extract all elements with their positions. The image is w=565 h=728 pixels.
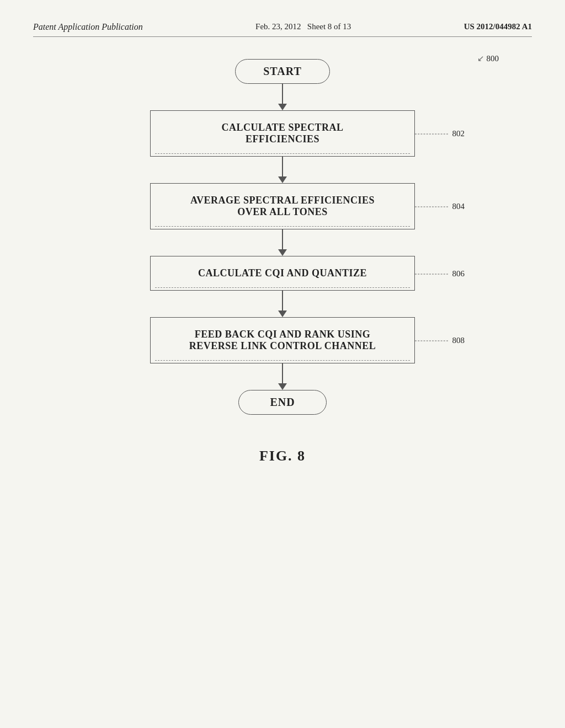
- arrow-head-5: [278, 383, 287, 390]
- arrow-head-2: [278, 176, 287, 183]
- arrow-line-1: [282, 84, 283, 104]
- ref-800-arrow-icon: ↙: [477, 53, 484, 63]
- box-804-line2: OVER ALL TONES: [237, 206, 327, 217]
- arrow-4: [278, 291, 287, 317]
- end-row: END: [238, 390, 327, 415]
- arrow-head-3: [278, 249, 287, 256]
- ref-804: 804: [415, 202, 465, 211]
- arrow-line-4: [282, 291, 283, 311]
- box-802-line2: EFFICIENCIES: [246, 133, 319, 144]
- arrow-5: [278, 363, 287, 390]
- box-808-line2: REVERSE LINK CONTROL CHANNEL: [189, 340, 376, 351]
- header-center: Feb. 23, 2012 Sheet 8 of 13: [255, 22, 351, 31]
- box-808-row: FEED BACK CQI AND RANK USING REVERSE LIN…: [150, 317, 415, 363]
- arrow-line-2: [282, 157, 283, 176]
- ref-808: 808: [415, 336, 465, 345]
- box-802: CALCULATE SPECTRAL EFFICIENCIES: [150, 110, 415, 157]
- ref-line-806: [415, 274, 448, 274]
- figure-caption: FIG. 8: [33, 448, 532, 464]
- ref-line-808: [415, 341, 448, 341]
- box-804-line1: AVERAGE SPECTRAL EFFICIENCIES: [190, 195, 375, 206]
- box-804: AVERAGE SPECTRAL EFFICIENCIES OVER ALL T…: [150, 183, 415, 229]
- arrow-1: [278, 84, 287, 110]
- ref-800-container: ↙ 800: [477, 53, 499, 63]
- box-806-row: CALCULATE CQI AND QUANTIZE 806: [150, 256, 415, 291]
- start-label: START: [263, 65, 302, 77]
- box-806-label: CALCULATE CQI AND QUANTIZE: [198, 267, 367, 279]
- ref-808-label: 808: [452, 336, 465, 345]
- page: Patent Application Publication Feb. 23, …: [0, 0, 565, 728]
- box-808-line1: FEED BACK CQI AND RANK USING: [195, 329, 371, 340]
- header: Patent Application Publication Feb. 23, …: [33, 22, 532, 37]
- box-802-row: CALCULATE SPECTRAL EFFICIENCIES 802: [150, 110, 415, 157]
- start-row: START: [235, 59, 330, 84]
- ref-802-label: 802: [452, 129, 465, 138]
- ref-806-label: 806: [452, 269, 465, 277]
- ref-804-label: 804: [452, 202, 465, 211]
- header-sheet: Sheet 8 of 13: [307, 22, 351, 31]
- arrow-3: [278, 229, 287, 256]
- arrow-2: [278, 157, 287, 183]
- flowchart: ↙ 800 START CALCULATE SPECTRAL EFFICIENC…: [33, 59, 532, 415]
- ref-806: 806: [415, 269, 465, 278]
- header-left-label: Patent Application Publication: [33, 22, 143, 32]
- box-804-row: AVERAGE SPECTRAL EFFICIENCIES OVER ALL T…: [150, 183, 415, 229]
- box-806: CALCULATE CQI AND QUANTIZE: [150, 256, 415, 291]
- ref-line-804: [415, 207, 448, 207]
- arrow-line-3: [282, 229, 283, 249]
- end-node: END: [238, 390, 327, 415]
- ref-line-802: [415, 134, 448, 135]
- header-right-label: US 2012/044982 A1: [464, 22, 532, 31]
- header-date: Feb. 23, 2012: [255, 22, 301, 31]
- arrow-line-5: [282, 363, 283, 383]
- arrow-head-4: [278, 311, 287, 317]
- ref-800-label: 800: [487, 54, 499, 63]
- arrow-head-1: [278, 104, 287, 110]
- box-802-line1: CALCULATE SPECTRAL: [221, 122, 343, 133]
- end-label: END: [270, 396, 295, 408]
- start-node: START: [235, 59, 330, 84]
- box-808: FEED BACK CQI AND RANK USING REVERSE LIN…: [150, 317, 415, 363]
- ref-802: 802: [415, 129, 465, 138]
